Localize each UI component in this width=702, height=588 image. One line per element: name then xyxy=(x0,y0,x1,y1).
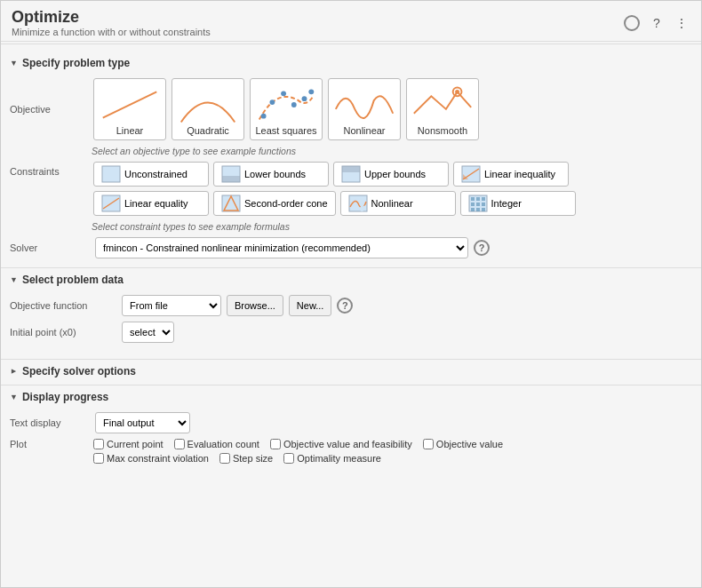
obj-value-checkbox[interactable] xyxy=(423,439,434,449)
select-data-section: ▼ Select problem data Objective function… xyxy=(1,270,701,355)
text-display-row: Text display Final output Iterative disp… xyxy=(10,412,692,433)
optimality-checkbox[interactable] xyxy=(283,453,294,464)
unconstrained-icon xyxy=(101,165,121,183)
obj-card-nonsmooth[interactable]: Nonsmooth xyxy=(406,78,479,140)
objective-label: Objective xyxy=(10,104,90,115)
select-data-title: Select problem data xyxy=(22,274,124,286)
checkbox-step-size: Step size xyxy=(219,453,273,464)
collapse-arrow-data: ▼ xyxy=(10,275,18,284)
display-progress-section: ▼ Display progress Text display Final ou… xyxy=(1,387,701,474)
constraint-linear-inequality-label: Linear inequality xyxy=(484,169,555,179)
initial-point-row: Initial point (x0) select xyxy=(10,322,692,343)
svg-point-5 xyxy=(269,99,275,105)
constraint-integer[interactable]: Integer xyxy=(460,191,576,216)
nonlinear-graph xyxy=(329,83,400,127)
obj-function-label: Objective function xyxy=(10,300,116,311)
integer-icon xyxy=(468,195,488,212)
lower-bounds-icon xyxy=(221,165,241,183)
obj-card-linear[interactable]: Linear xyxy=(93,78,166,140)
eval-count-checkbox[interactable] xyxy=(174,439,185,449)
question-icon: ? xyxy=(653,16,660,30)
solver-options-header[interactable]: ▼ Specify solver options xyxy=(1,362,701,381)
constraint-second-order-cone[interactable]: Second-order cone xyxy=(213,191,336,216)
constraint-unconstrained[interactable]: Unconstrained xyxy=(93,162,209,187)
least-squares-graph xyxy=(251,83,322,127)
select-data-header[interactable]: ▼ Select problem data xyxy=(1,270,701,290)
current-point-checkbox[interactable] xyxy=(93,439,104,449)
svg-rect-30 xyxy=(471,203,475,206)
solver-label: Solver xyxy=(10,242,90,253)
constraints-row: Constraints Unconstrained xyxy=(10,162,692,216)
circle-button[interactable] xyxy=(623,14,641,32)
solver-select[interactable]: fmincon - Constrained nonlinear minimiza… xyxy=(95,237,468,258)
specify-problem-title: Specify problem type xyxy=(22,57,130,69)
svg-rect-28 xyxy=(476,197,480,201)
upper-bounds-icon xyxy=(341,165,361,183)
collapse-arrow-specify: ▼ xyxy=(10,59,18,68)
svg-rect-14 xyxy=(102,166,120,182)
nonlinear-constraint-icon xyxy=(348,195,368,212)
svg-rect-35 xyxy=(482,208,485,211)
eval-count-label: Evaluation count xyxy=(187,439,259,449)
linear-equality-icon xyxy=(101,195,121,212)
objective-row: Objective Linear xyxy=(10,78,692,140)
obj-feasibility-label: Objective value and feasibility xyxy=(283,439,412,449)
text-display-label: Text display xyxy=(10,417,90,428)
obj-card-nonlinear[interactable]: Nonlinear xyxy=(328,78,401,140)
main-content: ▼ Specify problem type Objective Li xyxy=(1,46,701,587)
new-button[interactable]: New... xyxy=(289,295,332,316)
obj-function-select[interactable]: From file From workspace New function xyxy=(122,295,221,316)
constraint-upper-bounds[interactable]: Upper bounds xyxy=(333,162,449,187)
obj-feasibility-checkbox[interactable] xyxy=(270,439,281,449)
solver-help-icon[interactable]: ? xyxy=(474,240,490,256)
svg-point-9 xyxy=(308,89,314,94)
max-constraint-checkbox[interactable] xyxy=(93,453,104,464)
select-data-body: Objective function From file From worksp… xyxy=(1,290,701,355)
svg-rect-33 xyxy=(471,208,475,211)
plot-label: Plot xyxy=(10,439,90,449)
data-help-icon[interactable]: ? xyxy=(337,298,353,314)
browse-button[interactable]: Browse... xyxy=(227,295,283,316)
checkbox-eval-count: Evaluation count xyxy=(174,439,259,449)
title-bar: Optimize Minimize a function with or wit… xyxy=(1,1,701,42)
solver-options-title: Specify solver options xyxy=(22,365,136,377)
dots-icon: ⋮ xyxy=(675,16,688,30)
plot-row-1: Plot Current point Evaluation count Obje… xyxy=(10,439,692,449)
menu-button[interactable]: ⋮ xyxy=(673,14,690,32)
obj-card-least-squares[interactable]: Least squares xyxy=(250,78,323,140)
svg-rect-11 xyxy=(407,83,478,127)
window-subtitle: Minimize a function with or without cons… xyxy=(12,27,211,37)
specify-problem-section: ▼ Specify problem type Objective Li xyxy=(1,53,701,264)
initial-point-label: Initial point (x0) xyxy=(10,327,116,338)
constraint-lower-bounds-label: Lower bounds xyxy=(244,169,306,179)
objective-cards: Linear Quadratic xyxy=(93,78,479,140)
svg-rect-27 xyxy=(471,197,475,201)
constraint-linear-equality[interactable]: Linear equality xyxy=(93,191,209,216)
constraint-lower-bounds[interactable]: Lower bounds xyxy=(213,162,329,187)
nonsmooth-graph xyxy=(407,83,478,127)
window-title: Optimize xyxy=(12,8,211,27)
specify-problem-header[interactable]: ▼ Specify problem type xyxy=(1,53,701,73)
help-button[interactable]: ? xyxy=(648,14,666,32)
max-constraint-label: Max constraint violation xyxy=(107,453,209,464)
section-divider-3 xyxy=(1,385,701,385)
initial-point-select[interactable]: select xyxy=(122,322,174,343)
text-display-select[interactable]: Final output Iterative display None xyxy=(95,412,190,433)
constraint-integer-label: Integer xyxy=(491,198,522,209)
obj-value-label: Objective value xyxy=(436,439,503,449)
obj-card-quadratic[interactable]: Quadratic xyxy=(172,78,244,140)
solver-select-wrapper: fmincon - Constrained nonlinear minimiza… xyxy=(95,237,468,258)
checkbox-obj-value: Objective value xyxy=(423,439,503,449)
checkbox-optimality: Optimality measure xyxy=(283,453,381,464)
display-progress-title: Display progress xyxy=(22,391,108,403)
header-divider xyxy=(1,44,701,44)
optimize-window: Optimize Minimize a function with or wit… xyxy=(0,0,702,588)
step-size-checkbox[interactable] xyxy=(219,453,230,464)
display-progress-header[interactable]: ▼ Display progress xyxy=(1,387,701,407)
checkbox-current-point: Current point xyxy=(93,439,164,449)
constraint-nonlinear[interactable]: Nonlinear xyxy=(340,191,456,216)
step-size-label: Step size xyxy=(233,453,273,464)
svg-point-7 xyxy=(291,102,297,107)
svg-point-4 xyxy=(261,114,267,119)
constraint-linear-inequality[interactable]: Linear inequality xyxy=(453,162,569,187)
